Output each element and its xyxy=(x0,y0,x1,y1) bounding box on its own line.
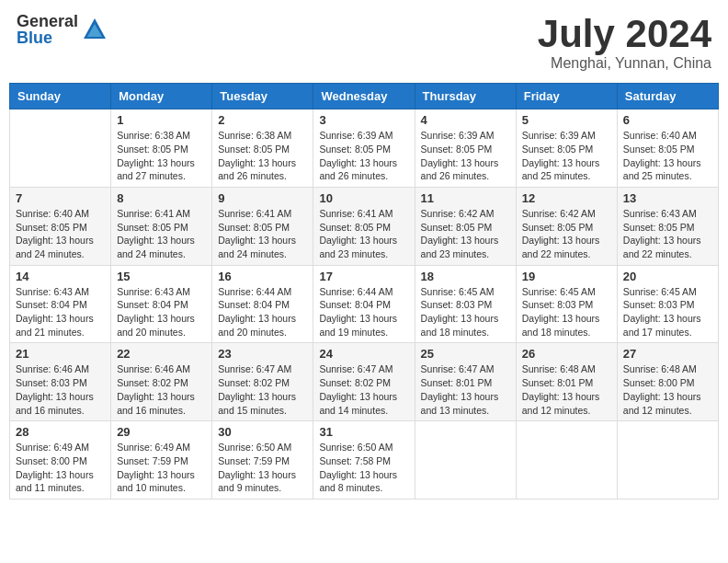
daylight-text: Daylight: 13 hours and 24 minutes. xyxy=(218,235,296,259)
sunset-text: Sunset: 8:05 PM xyxy=(117,144,188,155)
day-info: Sunrise: 6:44 AM Sunset: 8:04 PM Dayligh… xyxy=(218,285,307,339)
day-number: 13 xyxy=(623,191,712,205)
weekday-header-tuesday: Tuesday xyxy=(212,84,313,109)
sunset-text: Sunset: 8:01 PM xyxy=(522,377,594,388)
day-number: 15 xyxy=(117,270,206,283)
day-info: Sunrise: 6:39 AM Sunset: 8:05 PM Dayligh… xyxy=(522,129,611,183)
day-info: Sunrise: 6:39 AM Sunset: 8:05 PM Dayligh… xyxy=(319,129,408,183)
weekday-header-thursday: Thursday xyxy=(415,84,516,109)
sunset-text: Sunset: 8:03 PM xyxy=(16,377,87,388)
sunrise-text: Sunrise: 6:43 AM xyxy=(623,208,697,219)
calendar-cell: 28 Sunrise: 6:49 AM Sunset: 8:00 PM Dayl… xyxy=(10,421,111,500)
daylight-text: Daylight: 13 hours and 19 minutes. xyxy=(319,313,397,338)
daylight-text: Daylight: 13 hours and 15 minutes. xyxy=(218,391,296,416)
day-info: Sunrise: 6:43 AM Sunset: 8:05 PM Dayligh… xyxy=(623,207,712,261)
calendar-cell: 23 Sunrise: 6:47 AM Sunset: 8:02 PM Dayl… xyxy=(212,343,313,421)
daylight-text: Daylight: 13 hours and 26 minutes. xyxy=(319,157,397,182)
sunset-text: Sunset: 8:00 PM xyxy=(623,377,695,388)
day-info: Sunrise: 6:43 AM Sunset: 8:04 PM Dayligh… xyxy=(16,285,105,339)
calendar-cell xyxy=(10,109,111,188)
sunset-text: Sunset: 8:05 PM xyxy=(16,222,87,233)
page-header: General Blue July 2024 Menghai, Yunnan, … xyxy=(9,9,719,75)
sunrise-text: Sunrise: 6:50 AM xyxy=(218,442,291,453)
calendar-week-row: 14 Sunrise: 6:43 AM Sunset: 8:04 PM Dayl… xyxy=(10,265,719,343)
weekday-header-wednesday: Wednesday xyxy=(313,84,415,109)
day-number: 6 xyxy=(623,113,712,127)
calendar-cell: 8 Sunrise: 6:41 AM Sunset: 8:05 PM Dayli… xyxy=(111,187,212,265)
calendar-week-row: 1 Sunrise: 6:38 AM Sunset: 8:05 PM Dayli… xyxy=(10,109,719,188)
calendar-cell: 20 Sunrise: 6:45 AM Sunset: 8:03 PM Dayl… xyxy=(617,265,718,343)
daylight-text: Daylight: 13 hours and 22 minutes. xyxy=(522,235,600,259)
daylight-text: Daylight: 13 hours and 24 minutes. xyxy=(117,235,195,259)
day-info: Sunrise: 6:42 AM Sunset: 8:05 PM Dayligh… xyxy=(421,207,510,261)
sunset-text: Sunset: 8:05 PM xyxy=(117,222,188,233)
sunrise-text: Sunrise: 6:42 AM xyxy=(522,208,596,219)
calendar-cell: 15 Sunrise: 6:43 AM Sunset: 8:04 PM Dayl… xyxy=(111,265,212,343)
sunrise-text: Sunrise: 6:46 AM xyxy=(16,363,89,374)
sunrise-text: Sunrise: 6:39 AM xyxy=(319,130,392,141)
calendar-cell: 22 Sunrise: 6:46 AM Sunset: 8:02 PM Dayl… xyxy=(111,343,212,421)
calendar-cell: 14 Sunrise: 6:43 AM Sunset: 8:04 PM Dayl… xyxy=(10,265,111,343)
day-info: Sunrise: 6:40 AM Sunset: 8:05 PM Dayligh… xyxy=(16,207,105,261)
day-number: 10 xyxy=(319,191,408,205)
sunrise-text: Sunrise: 6:38 AM xyxy=(218,130,291,141)
day-info: Sunrise: 6:47 AM Sunset: 8:02 PM Dayligh… xyxy=(319,362,408,417)
logo: General Blue xyxy=(17,13,108,46)
sunrise-text: Sunrise: 6:40 AM xyxy=(16,208,89,219)
daylight-text: Daylight: 13 hours and 12 minutes. xyxy=(623,391,701,416)
sunset-text: Sunset: 8:05 PM xyxy=(319,222,391,233)
weekday-header-friday: Friday xyxy=(516,84,617,109)
day-number: 5 xyxy=(522,113,611,127)
calendar-cell: 12 Sunrise: 6:42 AM Sunset: 8:05 PM Dayl… xyxy=(516,187,617,265)
day-info: Sunrise: 6:49 AM Sunset: 7:59 PM Dayligh… xyxy=(117,441,206,495)
sunrise-text: Sunrise: 6:43 AM xyxy=(16,286,89,297)
daylight-text: Daylight: 13 hours and 10 minutes. xyxy=(117,469,195,494)
daylight-text: Daylight: 13 hours and 20 minutes. xyxy=(117,313,195,338)
sunset-text: Sunset: 8:02 PM xyxy=(218,377,290,388)
day-info: Sunrise: 6:50 AM Sunset: 7:59 PM Dayligh… xyxy=(218,441,307,495)
calendar-cell: 10 Sunrise: 6:41 AM Sunset: 8:05 PM Dayl… xyxy=(313,187,415,265)
sunrise-text: Sunrise: 6:41 AM xyxy=(319,208,392,219)
day-info: Sunrise: 6:50 AM Sunset: 7:58 PM Dayligh… xyxy=(319,441,408,495)
sunset-text: Sunset: 8:05 PM xyxy=(522,144,594,155)
daylight-text: Daylight: 13 hours and 13 minutes. xyxy=(421,391,499,416)
day-info: Sunrise: 6:43 AM Sunset: 8:04 PM Dayligh… xyxy=(117,285,206,339)
daylight-text: Daylight: 13 hours and 8 minutes. xyxy=(319,469,397,494)
calendar-cell xyxy=(617,421,718,500)
day-info: Sunrise: 6:45 AM Sunset: 8:03 PM Dayligh… xyxy=(623,285,712,339)
daylight-text: Daylight: 13 hours and 14 minutes. xyxy=(319,391,397,416)
sunset-text: Sunset: 8:02 PM xyxy=(319,377,391,388)
day-info: Sunrise: 6:44 AM Sunset: 8:04 PM Dayligh… xyxy=(319,285,408,339)
calendar-cell xyxy=(516,421,617,500)
day-info: Sunrise: 6:47 AM Sunset: 8:02 PM Dayligh… xyxy=(218,362,307,417)
daylight-text: Daylight: 13 hours and 27 minutes. xyxy=(117,157,195,182)
sunrise-text: Sunrise: 6:48 AM xyxy=(623,363,697,374)
daylight-text: Daylight: 13 hours and 16 minutes. xyxy=(117,391,195,416)
sunset-text: Sunset: 8:05 PM xyxy=(522,222,594,233)
calendar-cell: 17 Sunrise: 6:44 AM Sunset: 8:04 PM Dayl… xyxy=(313,265,415,343)
sunset-text: Sunset: 8:05 PM xyxy=(218,144,290,155)
day-number: 16 xyxy=(218,270,307,283)
day-number: 31 xyxy=(319,425,408,439)
sunset-text: Sunset: 8:01 PM xyxy=(421,377,493,388)
day-number: 28 xyxy=(16,425,105,439)
sunrise-text: Sunrise: 6:39 AM xyxy=(522,130,596,141)
calendar-cell: 31 Sunrise: 6:50 AM Sunset: 7:58 PM Dayl… xyxy=(313,421,415,500)
sunset-text: Sunset: 7:59 PM xyxy=(117,455,188,466)
sunset-text: Sunset: 8:02 PM xyxy=(117,377,188,388)
day-info: Sunrise: 6:47 AM Sunset: 8:01 PM Dayligh… xyxy=(421,362,510,417)
day-info: Sunrise: 6:45 AM Sunset: 8:03 PM Dayligh… xyxy=(522,285,611,339)
calendar-cell: 18 Sunrise: 6:45 AM Sunset: 8:03 PM Dayl… xyxy=(415,265,516,343)
sunrise-text: Sunrise: 6:40 AM xyxy=(623,130,697,141)
sunrise-text: Sunrise: 6:49 AM xyxy=(16,442,89,453)
calendar-cell: 4 Sunrise: 6:39 AM Sunset: 8:05 PM Dayli… xyxy=(415,109,516,188)
day-info: Sunrise: 6:41 AM Sunset: 8:05 PM Dayligh… xyxy=(117,207,206,261)
day-info: Sunrise: 6:45 AM Sunset: 8:03 PM Dayligh… xyxy=(421,285,510,339)
sunset-text: Sunset: 8:04 PM xyxy=(218,299,290,310)
day-info: Sunrise: 6:46 AM Sunset: 8:03 PM Dayligh… xyxy=(16,362,105,417)
sunset-text: Sunset: 8:03 PM xyxy=(623,299,695,310)
daylight-text: Daylight: 13 hours and 20 minutes. xyxy=(218,313,296,338)
sunset-text: Sunset: 8:03 PM xyxy=(522,299,594,310)
daylight-text: Daylight: 13 hours and 23 minutes. xyxy=(319,235,397,259)
sunset-text: Sunset: 8:04 PM xyxy=(16,299,87,310)
